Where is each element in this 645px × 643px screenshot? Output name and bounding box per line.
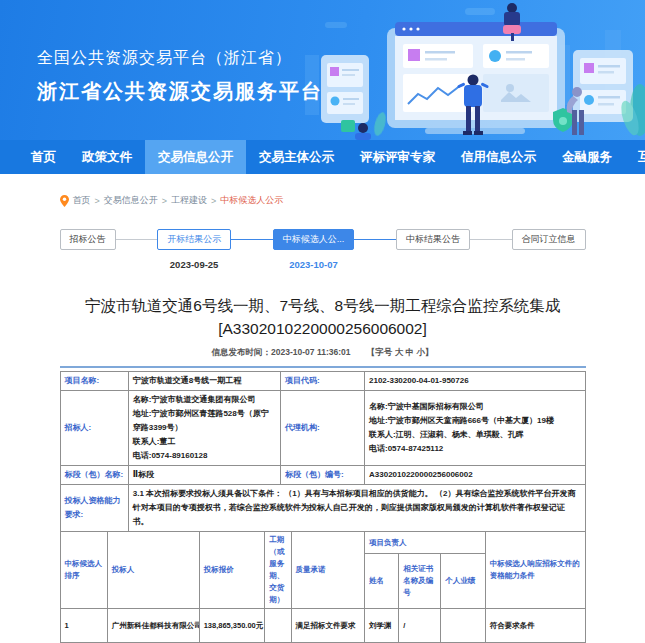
step-contract: 合同订立信息 [512,229,586,250]
candidates-table: 中标候选人排序 投标人 投标报价 工期（或服务期、交货期） 质量承诺 项目负责人… [60,531,586,643]
illustration-tablet-left [321,55,369,123]
project-info-table: 项目名称: 宁波市轨道交通8号线一期工程 项目代码: 2102-330200-0… [60,371,586,532]
section-code-value: A3302010220000256006002 [365,466,586,485]
breadcrumb-separator: > [95,196,100,206]
nav-item-experts[interactable]: 评标评审专家 [347,140,448,174]
agency-label: 代理机构: [281,391,365,466]
header-manager-name: 姓名 [365,554,399,609]
process-steps: 招标公告 开标结果公示 2023-09-25 中标候选人公... 2023-10… [60,229,586,270]
nav-item-subject[interactable]: 交易主体公示 [246,140,347,174]
step-box-award-result[interactable]: 中标结果公告 [396,229,470,250]
national-platform-title: 全国公共资源交易平台（浙江省） [37,48,323,69]
header-qualification: 中标候选人响应招标文件的资格能力条件 [485,532,585,609]
location-pin-icon [60,195,69,207]
project-name-label: 项目名称: [60,372,128,391]
provincial-platform-title: 浙江省公共资源交易服务平台 [37,78,323,105]
nav-item-finance[interactable]: 金融服务 [549,140,625,174]
step-date-bid-opening: 2023-09-25 [170,259,219,270]
breadcrumb-current: 中标候选人公示 [220,194,283,207]
section-name-label: 标段（包）名称: [60,466,128,485]
nav-item-policy[interactable]: 政策文件 [69,140,145,174]
candidate-qualification: 符合要求条件 [485,609,585,643]
breadcrumb: 首页 > 交易信息公开 > 工程建设 > 中标候选人公示 [60,194,586,207]
step-bid-opening: 开标结果公示 2023-09-25 [157,229,231,270]
header-cert: 相关证书名称及编号 [399,554,441,609]
header-rank: 中标候选人排序 [60,532,107,609]
page-title: 宁波市轨道交通6号线一期、7号线、8号线一期工程综合监控系统集成 [A33020… [60,294,586,340]
table-row: 项目名称: 宁波市轨道交通8号线一期工程 项目代码: 2102-330200-0… [60,372,585,391]
main-nav: 首页 政策文件 交易信息公开 交易主体公示 评标评审专家 信用信息公示 金融服务… [0,140,645,174]
breadcrumb-trade-info[interactable]: 交易信息公开 [104,194,158,207]
nav-item-credit[interactable]: 信用信息公示 [448,140,549,174]
header-price: 投标报价 [199,532,265,609]
tenderee-label: 招标人: [60,391,128,466]
qualification-label: 投标人资格能力要求: [60,485,128,532]
candidate-quality: 满足招标文件要求 [291,609,365,643]
breadcrumb-engineering[interactable]: 工程建设 [171,194,207,207]
step-connector [231,239,273,240]
step-candidate-publicity: 中标候选人公... 2023-10-07 [273,229,355,270]
qualification-value: 3.1 本次招标要求投标人须具备以下条件： （1）具有与本招标项目相应的供货能力… [128,485,585,532]
section-code-label: 标段（包）编号: [281,466,365,485]
candidate-row: 1 广州新科佳都科技有限公司 138,865,350.00元 满足招标文件要求 … [60,609,585,643]
tenderee-value: 名称:宁波市轨道交通集团有限公司 地址:宁波市鄞州区青莲路528号（原宁穿路33… [128,391,280,466]
table-row: 招标人: 名称:宁波市轨道交通集团有限公司 地址:宁波市鄞州区青莲路528号（原… [60,391,585,466]
step-box-contract[interactable]: 合同订立信息 [512,229,586,250]
header-bidder: 投标人 [107,532,199,609]
publish-time: 信息发布时间：2023-10-07 11:36:01 [212,347,351,357]
breadcrumb-home[interactable]: 首页 [73,194,91,207]
project-name-value: 宁波市轨道交通8号线一期工程 [128,372,280,391]
page-title-line2: [A3302010220000256006002] [60,317,586,340]
candidate-duration [265,609,291,643]
fontsize-controls[interactable]: 【字号 大 中 小】 [367,347,434,357]
candidate-rank: 1 [60,609,107,643]
nav-item-interaction[interactable]: 互动交流 [625,140,645,174]
site-banner: 全国公共资源交易平台（浙江省） 浙江省公共资源交易服务平台 [0,0,645,140]
site-title-block: 全国公共资源交易平台（浙江省） 浙江省公共资源交易服务平台 [37,48,323,105]
step-connector [470,239,512,240]
step-date-candidate-publicity: 2023-10-07 [289,259,338,270]
agency-value: 名称:宁波中基国际招标有限公司 地址:宁波市鄞州区天童南路666号（中基大厦）1… [365,391,586,466]
header-duration: 工期（或服务期、交货期） [265,532,291,609]
section-name-value: Ⅱ标段 [128,466,280,485]
step-tender-announcement: 招标公告 [60,229,116,250]
header-project-manager: 项目负责人 [365,532,486,554]
candidate-cert: / [399,609,441,643]
header-quality: 质量承诺 [291,532,365,609]
step-award-result: 中标结果公告 [396,229,470,250]
table-row: 投标人资格能力要求: 3.1 本次招标要求投标人须具备以下条件： （1）具有与本… [60,485,585,532]
title-divider [60,366,586,368]
table-row: 标段（包）名称: Ⅱ标段 标段（包）编号: A33020102200002560… [60,466,585,485]
step-box-bid-opening[interactable]: 开标结果公示 [157,229,231,250]
step-box-candidate-publicity[interactable]: 中标候选人公... [273,229,355,250]
page-title-line1: 宁波市轨道交通6号线一期、7号线、8号线一期工程综合监控系统集成 [60,294,586,317]
nav-item-home[interactable]: 首页 [18,140,69,174]
project-code-label: 项目代码: [281,372,365,391]
project-code-value: 2102-330200-04-01-950726 [365,372,586,391]
candidate-price: 138,865,350.00元 [199,609,265,643]
header-illustration [305,0,645,140]
header-achievement: 个人业绩 [441,554,486,609]
step-connector [116,239,158,240]
step-box-tender-announcement[interactable]: 招标公告 [60,229,116,250]
breadcrumb-separator: > [211,196,216,206]
publish-meta: 信息发布时间：2023-10-07 11:36:01 【字号 大 中 小】 [60,347,586,359]
candidates-header-row: 中标候选人排序 投标人 投标报价 工期（或服务期、交货期） 质量承诺 项目负责人… [60,532,585,554]
breadcrumb-separator: > [162,196,167,206]
nav-item-trade-info[interactable]: 交易信息公开 [145,140,246,174]
candidate-achievement [441,609,486,643]
candidate-manager-name: 刘学渊 [365,609,399,643]
candidate-bidder: 广州新科佳都科技有限公司 [107,609,199,643]
step-connector [354,239,396,240]
